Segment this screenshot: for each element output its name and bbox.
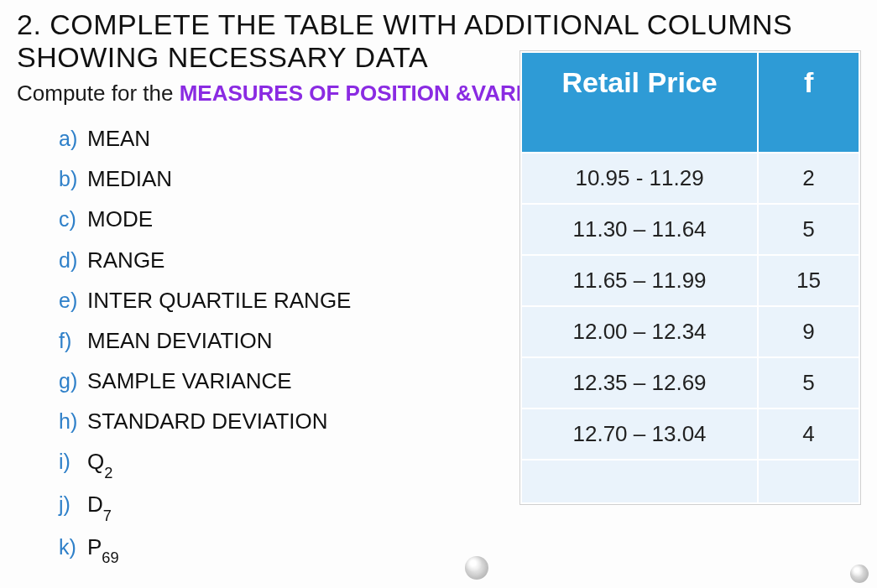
list-item-label: f) <box>59 321 87 360</box>
measures-list-col: a)MEAN b)MEDIAN c)MODE d)RANGE e)INTER Q… <box>17 118 520 569</box>
list-item: c)MODE <box>59 199 520 239</box>
list-item: a)MEAN <box>59 118 520 159</box>
list-item: b)MEDIAN <box>59 159 520 199</box>
list-item-text: INTER QUARTILE RANGE <box>87 288 351 313</box>
decorative-bubble-icon <box>465 556 488 580</box>
subscript: 69 <box>102 549 118 566</box>
list-item: i)Q2 <box>59 441 520 484</box>
cell-range: 11.65 – 11.99 <box>521 255 758 306</box>
list-item-label: k) <box>59 528 87 566</box>
table-row: 11.30 – 11.64 5 <box>521 204 859 255</box>
list-item: d)RANGE <box>59 240 520 280</box>
list-item: h)STANDARD DEVIATION <box>59 401 520 441</box>
measures-list: a)MEAN b)MEDIAN c)MODE d)RANGE e)INTER Q… <box>59 118 520 569</box>
cell-range: 12.00 – 12.34 <box>521 306 758 357</box>
header-retail-price: Retail Price <box>521 52 758 153</box>
list-item-text: MEAN DEVIATION <box>87 328 273 353</box>
cell-range: 11.30 – 11.64 <box>521 204 758 255</box>
cell-range: 12.70 – 13.04 <box>521 408 758 460</box>
table-col: Retail Price f 10.95 - 11.29 2 11.30 – 1… <box>520 51 860 504</box>
table-row: 11.65 – 11.99 15 <box>521 255 859 306</box>
list-item-text: Q <box>87 449 104 474</box>
list-item-label: g) <box>59 362 87 400</box>
table-row: 12.00 – 12.34 9 <box>521 306 859 357</box>
list-item-label: h) <box>59 402 87 440</box>
table-header-row: Retail Price f <box>521 52 859 153</box>
cell-f: 5 <box>758 357 859 408</box>
cell-range: 10.95 - 11.29 <box>521 153 758 204</box>
list-item-text: RANGE <box>87 247 164 273</box>
cell-range: 12.35 – 12.69 <box>521 357 758 408</box>
subscript: 7 <box>103 507 112 524</box>
cell-f: 4 <box>758 408 859 460</box>
list-item-text: MEDIAN <box>87 166 172 191</box>
list-item: g)SAMPLE VARIANCE <box>59 361 520 401</box>
table-row: 12.35 – 12.69 5 <box>521 357 859 408</box>
cell-f <box>758 460 859 503</box>
list-item-label: d) <box>59 241 87 279</box>
list-item-label: e) <box>59 281 87 320</box>
list-item-label: i) <box>59 442 87 481</box>
decorative-bubble-icon <box>850 565 869 583</box>
table-row <box>521 460 859 503</box>
cell-f: 9 <box>758 306 859 357</box>
cell-f: 2 <box>758 153 859 204</box>
list-item-text: P <box>87 534 102 559</box>
list-item-text: D <box>87 492 103 517</box>
list-item-text: STANDARD DEVIATION <box>87 408 328 434</box>
slide: 2. COMPLETE THE TABLE WITH ADDITIONAL CO… <box>0 0 877 588</box>
list-item: k)P69 <box>59 527 520 570</box>
header-f: f <box>758 52 859 153</box>
subscript: 2 <box>104 465 112 481</box>
list-item-label: b) <box>59 159 87 198</box>
list-item: e)INTER QUARTILE RANGE <box>59 280 520 320</box>
list-item: j)D7 <box>59 484 520 527</box>
table-row: 12.70 – 13.04 4 <box>521 408 859 460</box>
list-item: f)MEAN DEVIATION <box>59 320 520 361</box>
list-item-label: a) <box>59 119 87 158</box>
cell-range <box>521 460 758 503</box>
list-item-label: c) <box>59 200 87 238</box>
list-item-text: MODE <box>87 206 153 232</box>
list-item-text: SAMPLE VARIANCE <box>87 368 292 393</box>
table-row: 10.95 - 11.29 2 <box>521 153 859 204</box>
frequency-table: Retail Price f 10.95 - 11.29 2 11.30 – 1… <box>520 51 860 504</box>
content-row: a)MEAN b)MEDIAN c)MODE d)RANGE e)INTER Q… <box>17 118 860 569</box>
cell-f: 15 <box>758 255 859 306</box>
list-item-label: j) <box>59 485 87 523</box>
list-item-text: MEAN <box>87 126 150 151</box>
cell-f: 5 <box>758 204 859 255</box>
sub-pre: Compute for the <box>17 81 180 106</box>
